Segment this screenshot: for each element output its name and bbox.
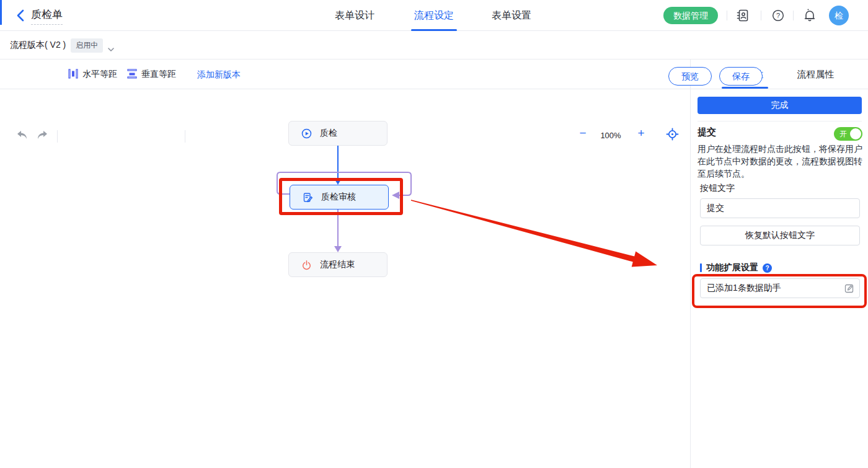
- node-review[interactable]: 质检审核: [290, 185, 389, 210]
- divider: [727, 11, 727, 20]
- edit-icon[interactable]: [844, 283, 854, 293]
- preview-button[interactable]: 预览: [668, 67, 712, 86]
- toggle-knob: [850, 128, 861, 139]
- section-accent-bar: [700, 263, 702, 272]
- node-start[interactable]: 质检: [288, 121, 388, 146]
- node-label: 质检审核: [321, 192, 356, 203]
- help-icon[interactable]: ?: [771, 9, 785, 25]
- vertical-space-label: 垂直等距: [141, 69, 176, 80]
- divider: [761, 11, 761, 20]
- chevron-down-icon[interactable]: [108, 43, 114, 48]
- divider: [698, 121, 862, 121]
- submit-description: 用户在处理流程时点击此按钮，将保存用户在此节点中对数据的更改，流程数据视图转至后…: [698, 143, 864, 180]
- version-bar: 流程版本( V2 ) 启用中 预览 保存: [0, 31, 868, 60]
- tab-flow-properties[interactable]: 流程属性: [792, 60, 839, 89]
- active-panel-tab-underline: [722, 87, 768, 89]
- canvas-toolbar: 水平等距 垂直等距 添加新版本 − 100% +: [0, 60, 690, 89]
- edit-doc-icon: [303, 192, 313, 203]
- question-badge-icon[interactable]: ?: [763, 263, 772, 273]
- page-title[interactable]: 质检单: [31, 7, 63, 25]
- flow-canvas[interactable]: [0, 89, 690, 468]
- button-text-input[interactable]: [700, 198, 860, 218]
- power-icon: [301, 260, 312, 270]
- tab-form-setting[interactable]: 表单设置: [487, 0, 536, 31]
- submit-toggle[interactable]: 开: [834, 127, 862, 141]
- top-bar: 质检单 表单设计 流程设定 表单设置 数据管理 ? 检: [0, 0, 868, 31]
- avatar[interactable]: 检: [829, 6, 849, 25]
- locate-icon[interactable]: [666, 128, 679, 143]
- button-text-label: 按钮文字: [700, 183, 735, 194]
- divider: [57, 130, 58, 143]
- horizontal-space-label: 水平等距: [82, 69, 117, 80]
- divider: [691, 89, 868, 89]
- data-assistant-field[interactable]: 已添加1条数据助手: [700, 278, 860, 298]
- horizontal-space-button[interactable]: 水平等距: [68, 60, 117, 89]
- tab-form-design[interactable]: 表单设计: [332, 0, 377, 31]
- bell-icon[interactable]: [802, 8, 817, 25]
- submit-section-title: 提交: [698, 126, 716, 138]
- svg-text:?: ?: [776, 12, 780, 19]
- tab-flow-setting[interactable]: 流程设定: [410, 0, 458, 31]
- restore-default-button[interactable]: 恢复默认按钮文字: [700, 226, 860, 245]
- window-edge-accent: [0, 0, 2, 25]
- save-button[interactable]: 保存: [719, 67, 763, 86]
- data-assistant-summary: 已添加1条数据助手: [707, 283, 844, 294]
- status-badge: 启用中: [71, 38, 103, 53]
- back-icon[interactable]: [15, 9, 27, 22]
- divider: [793, 11, 794, 20]
- extension-section-title: 功能扩展设置: [706, 262, 758, 273]
- horizontal-space-icon: [68, 69, 78, 81]
- version-label: 流程版本( V2 ): [10, 40, 66, 51]
- node-end[interactable]: 流程结束: [288, 252, 388, 277]
- vertical-space-button[interactable]: 垂直等距: [127, 60, 176, 89]
- vertical-space-icon: [127, 69, 137, 81]
- node-label: 流程结束: [320, 259, 355, 270]
- divider: [185, 130, 185, 143]
- properties-panel: 节点属性 流程属性 完成 提交 开 用户在处理流程时点击此按钮，将保存用户在此节…: [690, 60, 868, 468]
- complete-button[interactable]: 完成: [698, 97, 862, 114]
- zoom-in-button[interactable]: +: [634, 126, 649, 141]
- undo-icon[interactable]: [16, 130, 29, 143]
- node-label: 质检: [320, 128, 337, 139]
- toggle-on-label: 开: [839, 129, 847, 139]
- data-manage-button[interactable]: 数据管理: [663, 7, 718, 24]
- contacts-icon[interactable]: [736, 9, 750, 25]
- extension-section-head: 功能扩展设置 ?: [700, 262, 772, 273]
- redo-icon[interactable]: [36, 130, 48, 143]
- zoom-level: 100%: [594, 131, 627, 140]
- add-version-link[interactable]: 添加新版本: [197, 60, 241, 89]
- zoom-out-button[interactable]: −: [575, 126, 590, 141]
- play-icon: [301, 128, 312, 139]
